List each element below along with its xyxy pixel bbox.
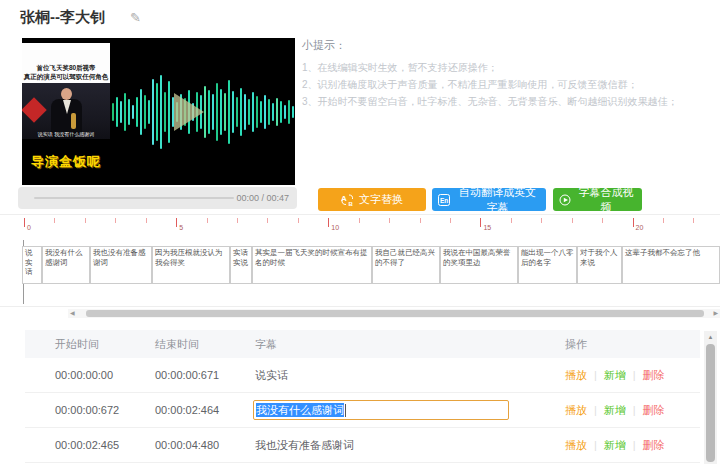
progress-track[interactable] bbox=[34, 197, 234, 199]
track-segment[interactable]: 我没有什么感谢词 bbox=[42, 246, 90, 284]
ruler-minor-tick bbox=[602, 218, 603, 223]
play-link[interactable]: 播放 bbox=[565, 393, 587, 427]
vertical-scrollbar[interactable]: ▲ bbox=[704, 331, 717, 464]
add-link[interactable]: 新增 bbox=[604, 358, 626, 392]
table-header: 开始时间 结束时间 字幕 操作 bbox=[25, 330, 700, 358]
waveform-bar bbox=[208, 90, 210, 134]
ruler-minor-tick bbox=[146, 218, 147, 223]
svg-text:B: B bbox=[349, 201, 354, 207]
table-row: 00:00:00:00 00:00:00:671 说实话 播放 | 新增 | 删… bbox=[25, 358, 700, 393]
table-row: 00:00:02:465 00:00:04:480 我也没有准备感谢词 播放 |… bbox=[25, 428, 700, 463]
thumbnail-photo: 说实话 我没有什么感谢词 bbox=[22, 83, 110, 139]
ruler-major-tick bbox=[480, 218, 481, 227]
track-segment[interactable]: 我也没有准备感谢词 bbox=[90, 246, 152, 284]
delete-link[interactable]: 删除 bbox=[643, 393, 665, 427]
time-display: 00:00 / 00:47 bbox=[236, 187, 289, 209]
ruler-minor-tick bbox=[85, 218, 86, 223]
op-divider: | bbox=[594, 358, 597, 392]
waveform-bar bbox=[236, 97, 238, 127]
waveform-bar bbox=[156, 83, 158, 141]
thumbnail-bottom-text: 导演盒饭呢 bbox=[31, 153, 101, 171]
red-diamond-graphic bbox=[22, 97, 47, 122]
track-segment[interactable]: 我说在中国最高荣誉的奖项里边 bbox=[440, 246, 518, 284]
waveform-bar bbox=[244, 94, 246, 130]
scroll-up-icon[interactable]: ▲ bbox=[704, 331, 717, 343]
ruler-minor-tick bbox=[207, 218, 208, 223]
waveform-bar bbox=[136, 97, 138, 127]
delete-link[interactable]: 删除 bbox=[643, 358, 665, 392]
ruler-major-tick bbox=[328, 218, 329, 227]
waveform-bar bbox=[272, 103, 274, 121]
op-divider: | bbox=[594, 428, 597, 462]
video-thumbnail: 首位飞天奖80后视帝 真正的演员可以驾驭任何角色 说实话 我没有什么感谢词 导演… bbox=[22, 38, 110, 185]
cell-subtitle[interactable]: 说实话 bbox=[255, 358, 288, 392]
subtitle-editor-page: 张桐--李大钊 ✎ 首位飞天奖80后视帝 真正的演员可以驾驭任何角色 说实话 我… bbox=[0, 0, 720, 464]
waveform-bar bbox=[204, 86, 206, 138]
play-icon[interactable] bbox=[174, 93, 204, 131]
track-segment[interactable]: 对于我个人来说 bbox=[577, 246, 622, 284]
thumbnail-headline: 首位飞天奖80后视帝 真正的演员可以驾驭任何角色 bbox=[22, 43, 110, 83]
delete-link[interactable]: 删除 bbox=[643, 428, 665, 462]
op-divider: | bbox=[594, 393, 597, 427]
track-segment[interactable]: 这辈子我都不会忘了他 bbox=[622, 246, 720, 284]
op-divider: | bbox=[633, 428, 636, 462]
video-player[interactable]: 首位飞天奖80后视帝 真正的演员可以驾驭任何角色 说实话 我没有什么感谢词 导演… bbox=[22, 38, 295, 185]
waveform-bar bbox=[112, 103, 114, 121]
waveform-bar bbox=[252, 92, 254, 132]
waveform-bar bbox=[224, 93, 226, 131]
text-replace-icon: A B bbox=[341, 193, 354, 206]
ruler-tick-label: 10 bbox=[331, 224, 339, 231]
compose-video-button[interactable]: 字幕合成视频 bbox=[553, 188, 642, 211]
ruler-minor-tick bbox=[389, 218, 390, 223]
waveform-bar bbox=[148, 100, 150, 124]
waveform-bar bbox=[276, 98, 278, 126]
play-link[interactable]: 播放 bbox=[565, 358, 587, 392]
add-link[interactable]: 新增 bbox=[604, 393, 626, 427]
playback-progress-bar[interactable]: 00:00 / 00:47 bbox=[18, 187, 297, 209]
op-divider: | bbox=[633, 358, 636, 392]
waveform-bar bbox=[168, 81, 170, 143]
play-link[interactable]: 播放 bbox=[565, 428, 587, 462]
waveform-bar bbox=[292, 106, 294, 118]
timeline-ruler[interactable]: 05101520 bbox=[0, 214, 720, 241]
award-trophy bbox=[71, 113, 76, 129]
waveform-bar bbox=[280, 101, 282, 123]
track-segment[interactable]: 因为我压根就没认为我会得奖 bbox=[152, 246, 230, 284]
header-end-time: 结束时间 bbox=[155, 330, 199, 358]
header-subtitle: 字幕 bbox=[255, 330, 277, 358]
horizontal-scroll-thumb[interactable] bbox=[86, 310, 704, 317]
track-segment[interactable]: 其实是一届飞天奖的时候宣布有提名的时候 bbox=[252, 246, 372, 284]
ruler-minor-tick bbox=[54, 218, 55, 223]
edit-title-icon[interactable]: ✎ bbox=[130, 10, 141, 25]
table-row: 00:00:00:672 00:00:02:464 我没有什么感谢词 播放 | … bbox=[25, 393, 700, 428]
text-replace-button[interactable]: A B 文字替换 bbox=[318, 188, 426, 211]
ruler-minor-tick bbox=[572, 218, 573, 223]
add-link[interactable]: 新增 bbox=[604, 428, 626, 462]
cell-subtitle[interactable]: 我也没有准备感谢词 bbox=[255, 428, 354, 462]
svg-text:En: En bbox=[440, 196, 448, 203]
tips-title: 小提示： bbox=[302, 38, 714, 53]
waveform-bar bbox=[284, 105, 286, 119]
waveform-bar bbox=[144, 95, 146, 129]
waveform-bar bbox=[212, 94, 214, 130]
scroll-left-icon[interactable]: ◀ bbox=[70, 309, 75, 318]
track-segment[interactable]: 我自己就已经高兴的不得了 bbox=[372, 246, 440, 284]
cell-start-time: 00:00:02:465 bbox=[55, 428, 119, 462]
horizontal-scrollbar[interactable]: ◀ ▶ bbox=[68, 309, 720, 318]
track-segment[interactable]: 说实话 bbox=[22, 246, 42, 284]
auto-translate-button[interactable]: En 自动翻译成英文字幕 bbox=[432, 188, 546, 211]
track-segment[interactable]: 能出现一个八零后的名字 bbox=[518, 246, 577, 284]
vertical-scroll-thumb[interactable] bbox=[706, 344, 715, 462]
waveform-bar bbox=[260, 101, 262, 123]
thumbnail-bottom-banner: 导演盒饭呢 bbox=[22, 139, 110, 185]
thumbnail-headline-line1: 首位飞天奖80后视帝 bbox=[36, 64, 95, 73]
waveform-bar bbox=[160, 75, 162, 149]
en-translate-icon: En bbox=[438, 194, 450, 206]
track-segment[interactable]: 实话实说 bbox=[230, 246, 252, 284]
scroll-right-icon[interactable]: ▶ bbox=[713, 309, 718, 318]
tip-line-2: 2、识别准确度取决于声音质量，不精准且严重影响使用，可反馈至微信群； bbox=[302, 76, 714, 93]
waveform-bar bbox=[220, 89, 222, 135]
subtitle-edit-input[interactable]: 我没有什么感谢词 bbox=[253, 400, 509, 420]
text-caret bbox=[345, 404, 346, 417]
ruler-major-tick bbox=[24, 218, 25, 227]
